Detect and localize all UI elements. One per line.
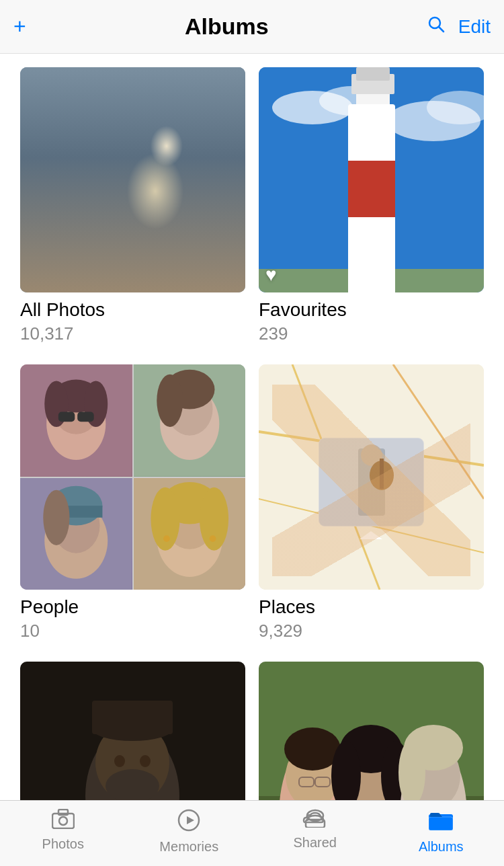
svg-point-10 (94, 149, 102, 157)
svg-rect-29 (58, 412, 75, 422)
memories-icon (177, 809, 200, 835)
tab-shared[interactable]: Shared (268, 809, 362, 851)
svg-point-8 (72, 120, 102, 161)
svg-line-1 (439, 27, 444, 32)
albums-grid: All Photos 10,317 (0, 54, 504, 866)
svg-rect-94 (429, 817, 453, 830)
tab-shared-label: Shared (294, 835, 337, 851)
svg-rect-87 (58, 810, 68, 815)
photos-icon (52, 809, 75, 832)
svg-rect-4 (40, 67, 161, 292)
add-button[interactable]: + (13, 14, 26, 39)
svg-point-35 (157, 375, 183, 427)
svg-rect-57 (358, 448, 385, 516)
svg-point-7 (81, 124, 134, 185)
tab-albums-label: Albums (419, 839, 464, 855)
album-thumb-people (20, 364, 245, 590)
svg-point-69 (106, 769, 159, 803)
header: + Albums Edit (0, 0, 504, 54)
svg-point-11 (113, 149, 121, 157)
album-cell-places[interactable]: Places 9,329 (252, 364, 491, 662)
heart-icon: ♥ (265, 264, 277, 286)
album-count-all-photos: 10,317 (20, 323, 245, 344)
tab-photos[interactable]: Photos (16, 809, 110, 852)
album-count-people: 10 (20, 621, 245, 641)
album-cell-all-photos[interactable]: All Photos 10,317 (13, 67, 252, 364)
svg-rect-3 (40, 67, 161, 292)
main-content: All Photos 10,317 (0, 54, 504, 866)
album-count-places: 9,329 (259, 621, 484, 641)
shared-icon (302, 809, 328, 831)
search-button[interactable] (427, 15, 445, 38)
svg-rect-86 (52, 814, 74, 828)
album-name-people: People (20, 596, 245, 618)
svg-rect-18 (356, 87, 390, 269)
svg-marker-90 (187, 816, 194, 824)
svg-rect-2 (20, 67, 245, 292)
svg-point-9 (111, 119, 141, 160)
svg-rect-50 (259, 364, 484, 590)
people-face-4 (134, 478, 246, 590)
albums-icon (427, 809, 454, 835)
page-title: Albums (185, 13, 269, 40)
album-cell-favourites[interactable]: ♥ Favourites 239 (252, 67, 491, 364)
svg-rect-22 (259, 269, 484, 292)
svg-point-58 (361, 444, 382, 466)
album-name-places: Places (259, 596, 484, 618)
svg-marker-61 (360, 531, 382, 539)
svg-point-5 (136, 177, 153, 193)
svg-line-53 (393, 364, 484, 499)
album-thumb-places (259, 364, 484, 590)
svg-point-49 (209, 535, 216, 542)
svg-point-41 (43, 489, 69, 545)
album-name-all-photos: All Photos (20, 299, 245, 321)
svg-line-54 (259, 499, 484, 553)
album-cell-people[interactable]: People 10 (13, 364, 252, 662)
svg-point-88 (59, 817, 67, 825)
svg-rect-21 (356, 67, 390, 81)
svg-point-6 (71, 148, 144, 255)
tab-memories-label: Memories (159, 839, 218, 855)
album-thumb-all-photos (20, 67, 245, 292)
svg-point-12 (101, 162, 114, 171)
svg-rect-56 (319, 438, 423, 526)
svg-rect-19 (356, 148, 390, 208)
svg-rect-30 (77, 412, 93, 422)
svg-line-51 (259, 432, 484, 465)
album-thumb-favourites: ♥ (259, 67, 484, 292)
tab-bar: Photos Memories Shared (0, 800, 504, 866)
edit-button[interactable]: Edit (458, 16, 491, 38)
svg-line-52 (292, 364, 380, 590)
svg-point-48 (163, 535, 170, 542)
svg-point-68 (140, 755, 151, 767)
svg-point-85 (398, 739, 425, 806)
svg-point-59 (370, 461, 394, 490)
people-face-2 (134, 364, 246, 477)
album-name-favourites: Favourites (259, 299, 484, 321)
tab-memories[interactable]: Memories (142, 809, 236, 855)
album-count-favourites: 239 (259, 323, 484, 344)
tab-albums[interactable]: Albums (394, 809, 488, 855)
header-right-actions: Edit (427, 15, 491, 38)
svg-rect-60 (380, 459, 384, 489)
tab-photos-label: Photos (42, 836, 84, 852)
svg-point-67 (114, 755, 125, 767)
svg-rect-55 (319, 438, 423, 526)
people-face-1 (20, 364, 132, 477)
svg-rect-66 (92, 701, 173, 734)
people-face-3 (20, 478, 132, 590)
